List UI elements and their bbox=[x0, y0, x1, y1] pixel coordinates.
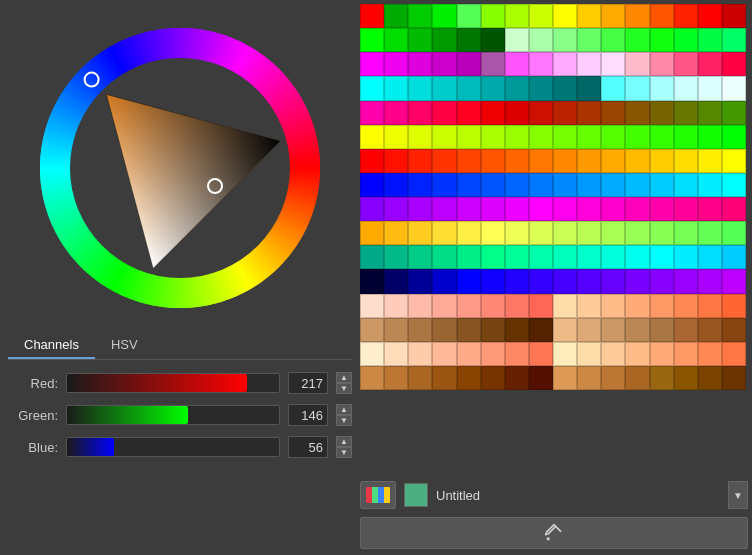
color-cell[interactable] bbox=[408, 101, 432, 125]
color-cell[interactable] bbox=[457, 342, 481, 366]
color-cell[interactable] bbox=[432, 245, 456, 269]
color-cell[interactable] bbox=[577, 52, 601, 76]
color-cell[interactable] bbox=[481, 245, 505, 269]
color-cell[interactable] bbox=[674, 366, 698, 390]
color-cell[interactable] bbox=[408, 318, 432, 342]
color-cell[interactable] bbox=[457, 52, 481, 76]
color-cell[interactable] bbox=[529, 318, 553, 342]
color-cell[interactable] bbox=[481, 318, 505, 342]
color-cell[interactable] bbox=[408, 221, 432, 245]
palette-dropdown-button[interactable]: ▼ bbox=[728, 481, 748, 509]
color-cell[interactable] bbox=[505, 101, 529, 125]
color-cell[interactable] bbox=[650, 173, 674, 197]
color-cell[interactable] bbox=[577, 269, 601, 293]
color-cell[interactable] bbox=[698, 125, 722, 149]
color-cell[interactable] bbox=[553, 366, 577, 390]
color-cell[interactable] bbox=[650, 269, 674, 293]
color-cell[interactable] bbox=[601, 149, 625, 173]
color-cell[interactable] bbox=[529, 4, 553, 28]
color-cell[interactable] bbox=[650, 366, 674, 390]
color-cell[interactable] bbox=[577, 101, 601, 125]
color-cell[interactable] bbox=[553, 342, 577, 366]
color-cell[interactable] bbox=[650, 149, 674, 173]
color-cell[interactable] bbox=[601, 125, 625, 149]
color-cell[interactable] bbox=[650, 28, 674, 52]
color-cell[interactable] bbox=[505, 221, 529, 245]
color-cell[interactable] bbox=[722, 125, 746, 149]
color-cell[interactable] bbox=[625, 101, 649, 125]
color-cell[interactable] bbox=[698, 294, 722, 318]
color-cell[interactable] bbox=[625, 221, 649, 245]
color-cell[interactable] bbox=[625, 76, 649, 100]
color-cell[interactable] bbox=[553, 197, 577, 221]
blue-spin-down[interactable]: ▼ bbox=[336, 447, 352, 458]
color-cell[interactable] bbox=[577, 76, 601, 100]
color-cell[interactable] bbox=[360, 269, 384, 293]
color-cell[interactable] bbox=[529, 366, 553, 390]
color-cell[interactable] bbox=[650, 125, 674, 149]
color-cell[interactable] bbox=[722, 294, 746, 318]
color-cell[interactable] bbox=[360, 318, 384, 342]
color-cell[interactable] bbox=[577, 342, 601, 366]
color-cell[interactable] bbox=[625, 318, 649, 342]
color-cell[interactable] bbox=[698, 221, 722, 245]
color-cell[interactable] bbox=[577, 294, 601, 318]
color-cell[interactable] bbox=[505, 342, 529, 366]
color-cell[interactable] bbox=[505, 173, 529, 197]
color-cell[interactable] bbox=[722, 28, 746, 52]
color-cell[interactable] bbox=[529, 173, 553, 197]
color-cell[interactable] bbox=[432, 221, 456, 245]
color-cell[interactable] bbox=[553, 294, 577, 318]
color-cell[interactable] bbox=[650, 52, 674, 76]
color-cell[interactable] bbox=[481, 173, 505, 197]
color-cell[interactable] bbox=[553, 149, 577, 173]
color-cell[interactable] bbox=[601, 28, 625, 52]
color-cell[interactable] bbox=[553, 101, 577, 125]
color-cell[interactable] bbox=[674, 294, 698, 318]
color-cell[interactable] bbox=[601, 52, 625, 76]
color-cell[interactable] bbox=[360, 173, 384, 197]
color-cell[interactable] bbox=[650, 4, 674, 28]
color-cell[interactable] bbox=[384, 4, 408, 28]
color-cell[interactable] bbox=[674, 245, 698, 269]
color-cell[interactable] bbox=[408, 197, 432, 221]
color-cell[interactable] bbox=[650, 197, 674, 221]
color-cell[interactable] bbox=[408, 28, 432, 52]
color-cell[interactable] bbox=[529, 101, 553, 125]
color-cell[interactable] bbox=[553, 318, 577, 342]
green-track[interactable] bbox=[66, 405, 280, 425]
color-cell[interactable] bbox=[625, 366, 649, 390]
color-cell[interactable] bbox=[408, 366, 432, 390]
color-cell[interactable] bbox=[505, 149, 529, 173]
color-cell[interactable] bbox=[553, 52, 577, 76]
color-cell[interactable] bbox=[384, 197, 408, 221]
color-cell[interactable] bbox=[384, 149, 408, 173]
color-cell[interactable] bbox=[360, 101, 384, 125]
color-cell[interactable] bbox=[698, 197, 722, 221]
color-cell[interactable] bbox=[408, 294, 432, 318]
color-cell[interactable] bbox=[505, 4, 529, 28]
color-cell[interactable] bbox=[481, 342, 505, 366]
color-cell[interactable] bbox=[408, 52, 432, 76]
color-cell[interactable] bbox=[529, 245, 553, 269]
color-cell[interactable] bbox=[577, 221, 601, 245]
color-cell[interactable] bbox=[698, 269, 722, 293]
color-cell[interactable] bbox=[432, 149, 456, 173]
color-cell[interactable] bbox=[650, 318, 674, 342]
color-cell[interactable] bbox=[505, 366, 529, 390]
color-cell[interactable] bbox=[698, 173, 722, 197]
color-cell[interactable] bbox=[384, 52, 408, 76]
color-cell[interactable] bbox=[722, 4, 746, 28]
tab-channels[interactable]: Channels bbox=[8, 332, 95, 359]
color-cell[interactable] bbox=[601, 101, 625, 125]
color-cell[interactable] bbox=[457, 318, 481, 342]
color-cell[interactable] bbox=[601, 173, 625, 197]
color-cell[interactable] bbox=[481, 149, 505, 173]
color-cell[interactable] bbox=[529, 294, 553, 318]
color-cell[interactable] bbox=[553, 173, 577, 197]
color-cell[interactable] bbox=[674, 173, 698, 197]
color-cell[interactable] bbox=[360, 221, 384, 245]
color-cell[interactable] bbox=[722, 149, 746, 173]
color-cell[interactable] bbox=[384, 269, 408, 293]
color-cell[interactable] bbox=[625, 149, 649, 173]
